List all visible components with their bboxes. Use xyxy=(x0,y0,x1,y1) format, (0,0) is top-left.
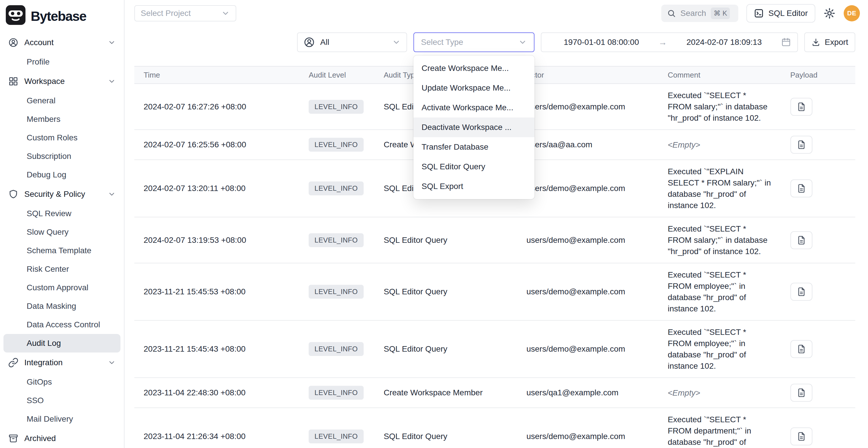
brand-home-link[interactable]: Bytebase xyxy=(0,3,124,32)
sidebar-item-custom-roles[interactable]: Custom Roles xyxy=(3,128,120,147)
dropdown-option-sql-export[interactable]: SQL Export xyxy=(413,177,534,196)
dropdown-option-deactivate-workspace[interactable]: Deactivate Workspace ... xyxy=(413,118,534,137)
audit-actor: users/demo@example.com xyxy=(526,98,649,116)
type-filter-dropdown: Create Workspace Me...Update Workspace M… xyxy=(413,56,534,199)
sidebar-item-data-masking[interactable]: Data Masking xyxy=(3,297,120,315)
date-from-value: 1970-01-01 08:00:00 xyxy=(548,38,655,47)
payload-button[interactable] xyxy=(790,283,812,301)
calendar-icon xyxy=(781,37,791,47)
table-row: 2023-11-04 21:26:34 +08:00LEVEL_INFOSQL … xyxy=(134,408,855,448)
column-header-payload: Payload xyxy=(781,66,856,84)
payload-file-icon xyxy=(797,287,806,296)
sidebar-item-general[interactable]: General xyxy=(3,91,120,110)
export-button[interactable]: Export xyxy=(804,32,855,52)
actor-filter-select[interactable]: All xyxy=(297,32,407,52)
actor-filter-value: All xyxy=(320,38,329,47)
sidebar-section-label: Account xyxy=(24,37,54,48)
gear-icon[interactable] xyxy=(824,7,836,20)
audit-actor: users/demo@example.com xyxy=(526,428,649,445)
payload-button[interactable] xyxy=(790,340,812,358)
audit-actor: users/aa@aa.com xyxy=(526,136,649,153)
audit-level-badge: LEVEL_INFO xyxy=(309,342,363,356)
sidebar-item-profile[interactable]: Profile xyxy=(3,53,120,71)
chevron-down-icon xyxy=(108,77,116,85)
sidebar-section-workspace[interactable]: Workspace xyxy=(0,71,124,91)
sidebar-item-custom-approval[interactable]: Custom Approval xyxy=(3,279,120,297)
sql-editor-button[interactable]: SQL Editor xyxy=(746,4,815,23)
table-row: 2023-11-21 15:45:43 +08:00LEVEL_INFOSQL … xyxy=(134,320,855,378)
bytebase-logo-icon xyxy=(6,5,26,27)
type-filter-wrap: Select Type Create Workspace Me...Update… xyxy=(413,32,534,52)
dropdown-option-sql-editor-query[interactable]: SQL Editor Query xyxy=(413,157,534,177)
sidebar-item-slow-query[interactable]: Slow Query xyxy=(3,223,120,242)
sidebar-section-security-policy[interactable]: Security & Policy xyxy=(0,184,124,204)
project-select[interactable]: Select Project xyxy=(134,5,236,22)
sidebar-item-data-access-control[interactable]: Data Access Control xyxy=(3,315,120,334)
sidebar-item-mail-delivery[interactable]: Mail Delivery xyxy=(3,410,120,428)
date-range-picker[interactable]: 1970-01-01 08:00:00 → 2024-02-07 18:09:1… xyxy=(541,32,798,52)
dropdown-option-transfer-database[interactable]: Transfer Database xyxy=(413,137,534,157)
sidebar-section-label: Integration xyxy=(24,357,63,368)
app-root: Bytebase AccountProfileWorkspaceGeneralM… xyxy=(0,0,868,448)
payload-button[interactable] xyxy=(790,180,812,197)
sidebar-item-audit-log[interactable]: Audit Log xyxy=(3,334,120,352)
payload-file-icon xyxy=(797,184,806,193)
sidebar-section-archived[interactable]: Archived xyxy=(0,428,124,448)
sidebar-section-account[interactable]: Account xyxy=(0,32,124,53)
sidebar-section-label: Archived xyxy=(24,433,56,444)
chevron-down-icon xyxy=(221,9,230,18)
audit-comment: <Empty> xyxy=(668,136,772,153)
user-avatar[interactable]: DE xyxy=(844,5,860,22)
table-row: 2023-11-21 15:45:53 +08:00LEVEL_INFOSQL … xyxy=(134,263,855,320)
dropdown-option-create-workspace-me[interactable]: Create Workspace Me... xyxy=(413,59,534,78)
audit-actor: users/demo@example.com xyxy=(526,180,649,197)
sidebar-item-risk-center[interactable]: Risk Center xyxy=(3,260,120,279)
payload-button[interactable] xyxy=(790,98,812,116)
audit-actor: users/demo@example.com xyxy=(526,340,649,358)
payload-file-icon xyxy=(797,388,806,397)
payload-button[interactable] xyxy=(790,384,812,402)
audit-level-badge: LEVEL_INFO xyxy=(309,100,363,114)
audit-time: 2024-02-07 16:25:56 +08:00 xyxy=(144,136,290,153)
project-select-placeholder: Select Project xyxy=(141,9,191,18)
payload-file-icon xyxy=(797,102,806,111)
sidebar-section-label: Security & Policy xyxy=(24,189,85,200)
column-header-actor: Actor xyxy=(517,66,658,84)
payload-file-icon xyxy=(797,140,806,149)
sidebar-item-sso[interactable]: SSO xyxy=(3,391,120,410)
top-bar-right: Search ⌘ K SQL Editor DE xyxy=(661,4,860,23)
audit-comment: Executed `"SELECT * FROM department;"` i… xyxy=(668,414,772,448)
sidebar-item-debug-log[interactable]: Debug Log xyxy=(3,165,120,184)
sidebar-item-sql-review[interactable]: SQL Review xyxy=(3,204,120,223)
sidebar-section-label: Workspace xyxy=(24,76,65,87)
table-row: 2024-02-07 13:19:53 +08:00LEVEL_INFOSQL … xyxy=(134,217,855,263)
sidebar-item-members[interactable]: Members xyxy=(3,110,120,128)
audit-time: 2024-02-07 13:19:53 +08:00 xyxy=(144,231,290,249)
audit-comment: Executed `"SELECT * FROM salary;"` in da… xyxy=(668,223,772,257)
sidebar-item-schema-template[interactable]: Schema Template xyxy=(3,242,120,260)
audit-comment: <Empty> xyxy=(668,384,772,402)
audit-actor: users/demo@example.com xyxy=(526,283,649,300)
type-filter-select[interactable]: Select Type xyxy=(413,32,534,52)
table-row: 2023-11-04 22:48:30 +08:00LEVEL_INFOCrea… xyxy=(134,378,855,408)
audit-time: 2024-02-07 16:27:26 +08:00 xyxy=(144,98,290,116)
payload-button[interactable] xyxy=(790,231,812,249)
dropdown-option-update-workspace-me[interactable]: Update Workspace Me... xyxy=(413,78,534,98)
shield-icon xyxy=(8,189,19,199)
sidebar-item-gitops[interactable]: GitOps xyxy=(3,373,120,391)
column-header-time: Time xyxy=(134,66,299,84)
audit-level-badge: LEVEL_INFO xyxy=(309,138,363,152)
sidebar-item-subscription[interactable]: Subscription xyxy=(3,147,120,165)
audit-time: 2023-11-04 22:48:30 +08:00 xyxy=(144,384,290,402)
dropdown-option-activate-workspace-me[interactable]: Activate Workspace Me... xyxy=(413,98,534,118)
sidebar-section-integration[interactable]: Integration xyxy=(0,352,124,373)
search-input[interactable]: Search ⌘ K xyxy=(661,5,738,22)
audit-comment: Executed `"SELECT * FROM employee;"` in … xyxy=(668,269,772,314)
column-header-audit-level: Audit Level xyxy=(299,66,374,84)
payload-button[interactable] xyxy=(790,427,812,445)
sql-editor-icon xyxy=(754,8,764,18)
payload-button[interactable] xyxy=(790,136,812,154)
sql-editor-label: SQL Editor xyxy=(768,9,808,18)
user-circle-icon xyxy=(8,37,19,48)
main-content: Select Project Search ⌘ K SQL xyxy=(124,0,868,448)
